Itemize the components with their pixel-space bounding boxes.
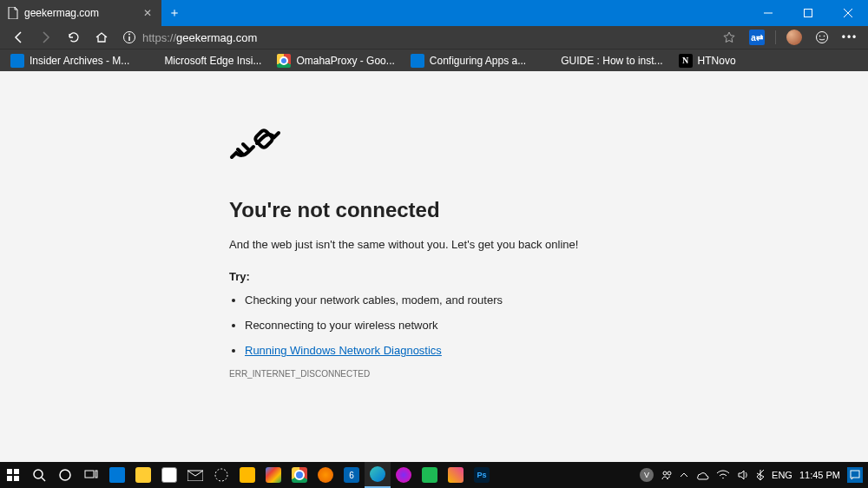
bookmark-item[interactable]: Microsoft Edge Insi... (140, 49, 266, 71)
taskbar-app[interactable] (156, 462, 182, 488)
svg-rect-1 (805, 10, 812, 17)
svg-rect-13 (7, 469, 12, 474)
svg-point-6 (128, 34, 130, 36)
bookmark-item[interactable]: Configuring Apps a... (405, 49, 531, 71)
disconnected-plug-icon (229, 122, 646, 172)
suggestion-item: Reconnecting to your wireless network (245, 319, 646, 332)
bookmark-item[interactable]: GUIDE : How to inst... (536, 49, 667, 71)
chrome-icon (277, 54, 291, 68)
taskbar-app[interactable] (260, 462, 286, 488)
error-subtext: And the web just isn't the same without … (229, 238, 646, 251)
taskbar-app-active[interactable] (365, 462, 391, 488)
bookmarks-bar: Insider Archives - M... Microsoft Edge I… (0, 49, 868, 71)
svg-rect-14 (14, 469, 19, 474)
taskbar-app[interactable] (391, 462, 417, 488)
close-window-button[interactable] (828, 0, 868, 26)
new-tab-button[interactable]: ＋ (161, 0, 187, 26)
taskbar-app[interactable] (443, 462, 469, 488)
taskbar-app[interactable]: 6 (339, 462, 365, 488)
language-indicator[interactable]: ENG (772, 470, 792, 480)
taskview-button[interactable] (78, 462, 104, 488)
tab-close-button[interactable]: ✕ (141, 7, 155, 19)
people-icon[interactable] (661, 469, 673, 481)
windows-icon (10, 54, 24, 68)
search-button[interactable] (26, 462, 52, 488)
site-info-icon[interactable] (122, 30, 137, 45)
svg-point-25 (667, 472, 671, 475)
system-tray: V ENG 11:45 PM (640, 467, 868, 483)
microsoft-icon (542, 54, 556, 68)
menu-button[interactable]: ••• (837, 31, 863, 43)
wifi-icon[interactable] (716, 470, 730, 480)
action-center-icon[interactable] (847, 467, 863, 483)
window-titlebar: geekermag.com ✕ ＋ (0, 0, 868, 26)
browser-toolbar: https://geekermag.com a⇄ ••• (0, 26, 868, 49)
svg-point-8 (819, 36, 821, 37)
svg-rect-20 (85, 471, 94, 478)
error-panel: You're not connected And the web just is… (229, 122, 646, 379)
diagnostics-link[interactable]: Running Windows Network Diagnostics (245, 344, 442, 357)
bookmark-item[interactable]: OmahaProxy - Goo... (272, 49, 399, 71)
forward-button[interactable] (33, 26, 59, 49)
site-icon: N (679, 54, 693, 68)
minimize-button[interactable] (748, 0, 788, 26)
svg-point-23 (215, 469, 227, 481)
error-code: ERR_INTERNET_DISCONNECTED (229, 369, 646, 379)
bluetooth-icon[interactable] (756, 469, 765, 481)
try-label: Try: (229, 270, 646, 283)
avatar-icon (786, 30, 802, 45)
error-heading: You're not connected (229, 198, 646, 222)
taskbar-app[interactable] (182, 462, 208, 488)
home-button[interactable] (89, 26, 115, 49)
taskbar-app[interactable] (286, 462, 312, 488)
page-icon (7, 7, 19, 19)
refresh-button[interactable] (61, 26, 87, 49)
bookmark-item[interactable]: Insider Archives - M... (5, 49, 135, 71)
windows-taskbar: 6 Ps V ENG 11:45 PM (0, 462, 868, 488)
taskbar-app[interactable] (104, 462, 130, 488)
url-text: https://geekermag.com (142, 31, 257, 44)
svg-line-10 (243, 144, 248, 149)
start-button[interactable] (0, 462, 26, 488)
svg-point-19 (60, 470, 70, 480)
bookmark-item[interactable]: NHTNovo (674, 49, 741, 71)
favorite-button[interactable] (716, 30, 742, 44)
suggestions-list: Checking your network cables, modem, and… (229, 293, 646, 357)
suggestion-item: Running Windows Network Diagnostics (245, 344, 646, 357)
svg-rect-26 (851, 471, 859, 478)
svg-point-24 (663, 472, 667, 475)
svg-rect-21 (95, 471, 97, 478)
svg-point-9 (824, 36, 825, 37)
taskbar-app[interactable] (312, 462, 339, 488)
svg-rect-15 (7, 476, 12, 481)
svg-rect-12 (254, 129, 274, 149)
back-button[interactable] (5, 26, 31, 49)
cortana-button[interactable] (52, 462, 78, 488)
taskbar-app[interactable]: Ps (469, 462, 495, 488)
onedrive-icon[interactable] (695, 470, 709, 480)
svg-rect-16 (14, 476, 19, 481)
taskbar-app[interactable] (208, 462, 234, 488)
edge-icon (411, 54, 424, 68)
clock[interactable]: 11:45 PM (799, 470, 840, 480)
maximize-button[interactable] (788, 0, 828, 26)
profile-button[interactable] (781, 30, 807, 45)
svg-line-18 (42, 478, 45, 481)
translate-button[interactable]: a⇄ (744, 30, 770, 45)
browser-tab[interactable]: geekermag.com ✕ (0, 0, 161, 26)
taskbar-app[interactable] (130, 462, 156, 488)
taskbar-app[interactable] (417, 462, 443, 488)
address-bar[interactable]: https://geekermag.com (116, 26, 714, 49)
svg-point-17 (34, 470, 43, 478)
suggestion-item: Checking your network cables, modem, and… (245, 293, 646, 307)
svg-point-7 (817, 32, 828, 43)
taskbar-app[interactable] (234, 462, 260, 488)
tray-icon[interactable]: V (640, 468, 654, 482)
tab-title: geekermag.com (24, 7, 135, 19)
volume-icon[interactable] (737, 469, 749, 481)
tray-chevron-icon[interactable] (680, 471, 688, 479)
microsoft-icon (145, 54, 159, 68)
feedback-button[interactable] (809, 30, 835, 44)
page-content: You're not connected And the web just is… (0, 71, 868, 462)
